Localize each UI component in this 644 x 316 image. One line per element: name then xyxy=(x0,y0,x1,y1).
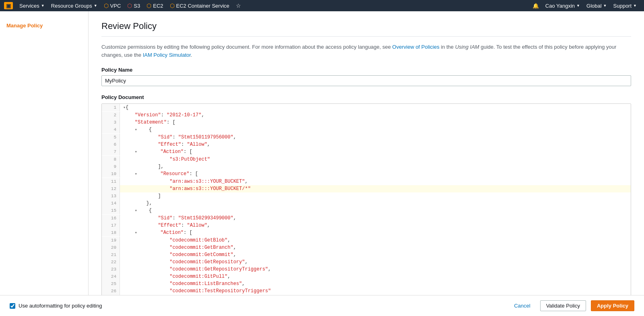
top-nav: ▣ Services ▼ Resource Groups ▼ ⬡ VPC ⬡ S… xyxy=(0,0,644,11)
code-line: 13 ] xyxy=(102,192,631,200)
line-number: 26 xyxy=(102,287,120,295)
ec2-icon: ⬡ xyxy=(147,2,151,9)
code-line: 24 "codecommit:GitPull", xyxy=(102,273,631,280)
ec2-container-label: EC2 Container Service xyxy=(176,3,229,9)
line-content: "Sid": "Stmt1501197956000", xyxy=(120,134,236,141)
line-content: "arn:aws:s3:::YOUR_BUCKET/*" xyxy=(120,185,251,192)
line-number: 3 xyxy=(102,119,120,126)
cancel-button[interactable]: Cancel xyxy=(509,301,535,311)
line-number: 2 xyxy=(102,112,120,119)
support-caret-icon: ▼ xyxy=(633,4,637,8)
code-line: 7 ▾ "Action": [ xyxy=(102,148,631,156)
code-line: 8 "s3:PutObject" xyxy=(102,156,631,163)
code-line: 6 "Effect": "Allow", xyxy=(102,141,631,148)
resource-groups-nav-item[interactable]: Resource Groups ▼ xyxy=(48,0,101,11)
ec2-nav-item[interactable]: ⬡ EC2 xyxy=(143,0,166,11)
notifications-bell-icon[interactable]: 🔔 xyxy=(529,3,542,9)
autoformat-checkbox-label[interactable]: Use autoformatting for policy editing xyxy=(10,303,102,309)
line-content: "codecommit:ListBranches", xyxy=(120,280,245,287)
line-number: 19 xyxy=(102,237,120,244)
line-content: "codecommit:GetBranch", xyxy=(120,244,236,251)
autoformat-label: Use autoformatting for policy editing xyxy=(19,303,102,309)
line-number: 14 xyxy=(102,200,120,207)
code-line: 22 "codecommit:GetRepository", xyxy=(102,258,631,266)
resource-groups-label: Resource Groups xyxy=(51,3,92,9)
apply-policy-button[interactable]: Apply Policy xyxy=(591,300,634,311)
line-content: "codecommit:GitPull", xyxy=(120,273,230,280)
desc-part1: Customize permissions by editing the fol… xyxy=(101,44,392,50)
policy-name-input[interactable] xyxy=(101,75,631,86)
s3-label: S3 xyxy=(134,3,140,9)
desc-part2: in the xyxy=(440,44,455,50)
overview-policies-link[interactable]: Overview of Policies xyxy=(392,44,440,50)
line-content: ] xyxy=(120,192,161,200)
services-caret-icon: ▼ xyxy=(41,4,45,8)
line-number: 12 xyxy=(102,185,120,192)
code-line: 4 ▾ { xyxy=(102,126,631,134)
code-line: 20 "codecommit:GetBranch", xyxy=(102,244,631,251)
support-label: Support xyxy=(613,3,632,9)
line-content: "Sid": "Stmt1502993499000", xyxy=(120,215,236,222)
nav-right: 🔔 Cao Yangxin ▼ Global ▼ Support ▼ xyxy=(529,3,640,9)
line-number: 13 xyxy=(102,192,120,200)
line-number: 8 xyxy=(102,156,120,163)
code-line: 23 "codecommit:GetRepositoryTriggers", xyxy=(102,266,631,273)
line-number: 15 xyxy=(102,207,120,214)
code-line: 16 "Sid": "Stmt1502993499000", xyxy=(102,215,631,222)
iam-simulator-link[interactable]: IAM Policy Simulator xyxy=(143,52,191,58)
code-line: 18 ▾ "Action": [ xyxy=(102,229,631,237)
line-content: ▾ "Action": [ xyxy=(120,229,192,237)
footer-actions: Cancel Validate Policy Apply Policy xyxy=(509,300,634,311)
line-number: 6 xyxy=(102,141,120,148)
services-nav-item[interactable]: Services ▼ xyxy=(16,0,48,11)
ec2-label: EC2 xyxy=(153,3,163,9)
bookmarks-icon[interactable]: ☆ xyxy=(233,0,244,11)
line-content: "codecommit:GetCommit", xyxy=(120,251,236,258)
code-line: 12 "arn:aws:s3:::YOUR_BUCKET/*" xyxy=(102,185,631,192)
ec2-container-icon: ⬡ xyxy=(170,2,175,9)
line-content: "Statement": [ xyxy=(120,119,175,126)
code-line: 9 ], xyxy=(102,163,631,170)
line-content: "codecommit:GetRepository", xyxy=(120,258,248,266)
sidebar-item-manage-policy[interactable]: Manage Policy xyxy=(0,19,88,32)
line-content: "codecommit:TestRepositoryTriggers" xyxy=(120,287,271,295)
vpc-nav-item[interactable]: ⬡ VPC xyxy=(101,0,124,11)
line-content: "s3:PutObject" xyxy=(120,156,210,163)
s3-nav-item[interactable]: ⬡ S3 xyxy=(124,0,143,11)
desc-part4: . xyxy=(191,52,192,58)
line-content: "codecommit:GetBlob", xyxy=(120,237,230,244)
line-number: 7 xyxy=(102,148,120,155)
line-number: 9 xyxy=(102,163,120,170)
policy-name-label: Policy Name xyxy=(101,67,631,73)
vpc-icon: ⬡ xyxy=(104,2,109,9)
line-number: 24 xyxy=(102,273,120,280)
user-caret-icon: ▼ xyxy=(576,4,580,8)
line-content: "codecommit:GetRepositoryTriggers", xyxy=(120,266,271,273)
code-line: 11 "arn:aws:s3:::YOUR_BUCKET", xyxy=(102,178,631,185)
code-line: 17 "Effect": "Allow", xyxy=(102,222,631,229)
line-number: 22 xyxy=(102,258,120,266)
code-line: 15 ▾ { xyxy=(102,207,631,215)
line-content: }, xyxy=(120,200,152,207)
aws-logo-icon: ▣ xyxy=(4,2,13,9)
line-number: 25 xyxy=(102,280,120,287)
ec2-container-nav-item[interactable]: ⬡ EC2 Container Service xyxy=(167,0,233,11)
line-number: 5 xyxy=(102,134,120,141)
line-number: 23 xyxy=(102,266,120,273)
line-content: "arn:aws:s3:::YOUR_BUCKET", xyxy=(120,178,248,185)
support-menu[interactable]: Support ▼ xyxy=(610,3,640,9)
line-content: "Effect": "Allow", xyxy=(120,222,210,229)
policy-document-editor[interactable]: 1▾{2 "Version": "2012-10-17",3 "Statemen… xyxy=(101,103,631,316)
line-number: 18 xyxy=(102,229,120,236)
code-line: 14 }, xyxy=(102,200,631,207)
code-line: 5 "Sid": "Stmt1501197956000", xyxy=(102,134,631,141)
region-menu[interactable]: Global ▼ xyxy=(583,3,610,9)
validate-policy-button[interactable]: Validate Policy xyxy=(540,300,586,311)
code-line: 21 "codecommit:GetCommit", xyxy=(102,251,631,258)
code-line: 2 "Version": "2012-10-17", xyxy=(102,112,631,119)
autoformat-checkbox[interactable] xyxy=(10,303,15,309)
line-number: 20 xyxy=(102,244,120,251)
user-menu[interactable]: Cao Yangxin ▼ xyxy=(542,3,583,9)
line-content: ▾ { xyxy=(120,126,152,134)
user-label: Cao Yangxin xyxy=(545,3,575,9)
